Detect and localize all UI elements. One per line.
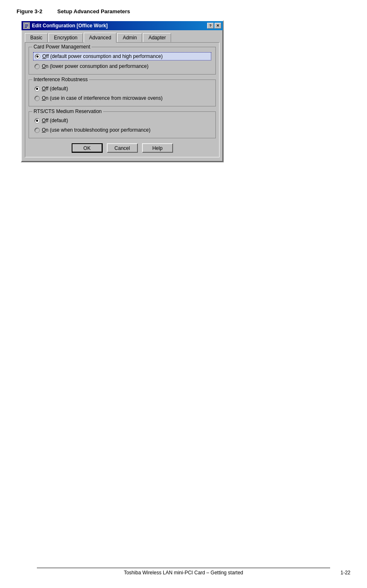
radio-ir-on-indicator: [34, 96, 40, 101]
tab-encryption[interactable]: Encryption: [48, 33, 83, 42]
group-interference: Interference Robustness Off (default): [29, 80, 216, 106]
radio-ir-on-label: On (use in case of interference from mic…: [42, 95, 162, 101]
close-titlebar-button[interactable]: ✕: [215, 23, 221, 29]
radio-rts-on-indicator: [34, 128, 40, 133]
group-card-power-title: Card Power Management: [32, 44, 92, 50]
radio-ir-on[interactable]: On (use in case of interference from mic…: [33, 94, 211, 102]
dialog-title: Edit Configuration [Office Work]: [32, 23, 108, 29]
figure-label: Figure 3-2: [17, 8, 42, 14]
titlebar-buttons: ? ✕: [207, 23, 221, 29]
page-content: Figure 3-2 Setup Advanced Parameters Edi…: [0, 0, 367, 171]
group-rts-cts-content: Off (default) On (use when troubleshooti…: [33, 117, 211, 134]
svg-rect-2: [25, 26, 28, 27]
radio-ir-off[interactable]: Off (default): [33, 85, 211, 92]
radio-cpm-off-label: Off (default power consumption and high …: [42, 53, 163, 59]
tab-admin[interactable]: Admin: [117, 33, 142, 42]
radio-cpm-off[interactable]: Off (default power consumption and high …: [33, 52, 211, 60]
radio-rts-off-dot: [36, 120, 38, 122]
tab-basic[interactable]: Basic: [25, 33, 48, 42]
radio-ir-off-label: Off (default): [42, 86, 68, 92]
dialog-titlebar: Edit Configuration [Office Work] ? ✕: [22, 21, 223, 30]
tabs-container: Basic Encryption Advanced Admin Adapter: [25, 33, 220, 42]
radio-rts-off[interactable]: Off (default): [33, 117, 211, 124]
radio-rts-on-label: On (use when troubleshooting poor perfor…: [42, 127, 150, 133]
figure-title: Figure 3-2 Setup Advanced Parameters: [17, 8, 350, 14]
cancel-button[interactable]: Cancel: [107, 143, 138, 153]
tab-advanced[interactable]: Advanced: [84, 33, 116, 43]
help-titlebar-button[interactable]: ?: [207, 23, 214, 29]
tab-panel-advanced: Card Power Management Off (default power…: [25, 42, 220, 157]
radio-rts-off-indicator: [34, 118, 40, 123]
radio-ir-off-sublabel: (default): [50, 86, 68, 92]
svg-rect-1: [25, 24, 28, 25]
dialog-buttons: OK Cancel Help: [29, 143, 216, 153]
group-rts-cts-title: RTS/CTS Medium Reservation: [32, 108, 103, 114]
group-interference-title: Interference Robustness: [32, 77, 89, 82]
figure-title-text: Setup Advanced Parameters: [57, 8, 130, 14]
help-button[interactable]: Help: [142, 143, 173, 153]
dialog-body: Basic Encryption Advanced Admin Adapter: [22, 30, 223, 161]
tab-adapter[interactable]: Adapter: [143, 33, 171, 42]
radio-cpm-on-indicator: [34, 64, 40, 69]
radio-ir-off-dot: [36, 88, 38, 90]
config-icon: [23, 22, 30, 29]
radio-cpm-off-sublabel: (default power consumption and high perf…: [50, 53, 163, 59]
radio-cpm-off-dot: [36, 55, 39, 58]
page-footer: Toshiba Wireless LAN mini-PCI Card – Get…: [0, 568, 367, 576]
footer-divider: [37, 568, 331, 568]
radio-cpm-off-indicator: [35, 54, 40, 59]
group-interference-content: Off (default) On (use in case of interfe…: [33, 85, 211, 102]
titlebar-left: Edit Configuration [Office Work]: [23, 22, 108, 29]
radio-ir-off-indicator: [34, 86, 40, 92]
footer-text: Toshiba Wireless LAN mini-PCI Card – Get…: [124, 570, 243, 576]
dialog-window: Edit Configuration [Office Work] ? ✕ Bas…: [21, 20, 224, 162]
radio-cpm-on[interactable]: On (lower power consumption and performa…: [33, 63, 211, 70]
radio-cpm-on-sublabel: (lower power consumption and performance…: [50, 63, 148, 69]
radio-rts-off-label: Off (default): [42, 118, 68, 123]
svg-rect-3: [25, 27, 27, 28]
ok-button[interactable]: OK: [72, 143, 103, 153]
group-card-power: Card Power Management Off (default power…: [29, 47, 216, 75]
group-card-power-content: Off (default power consumption and high …: [33, 52, 211, 70]
radio-rts-on-sublabel: (use when troubleshooting poor performan…: [50, 127, 150, 133]
radio-ir-on-sublabel: (use in case of interference from microw…: [50, 95, 162, 101]
page-number: 1-22: [340, 570, 350, 576]
radio-cpm-on-label: On (lower power consumption and performa…: [42, 63, 148, 69]
radio-rts-on[interactable]: On (use when troubleshooting poor perfor…: [33, 126, 211, 134]
radio-rts-off-sublabel: (default): [50, 118, 68, 123]
group-rts-cts: RTS/CTS Medium Reservation Off (default): [29, 111, 216, 138]
